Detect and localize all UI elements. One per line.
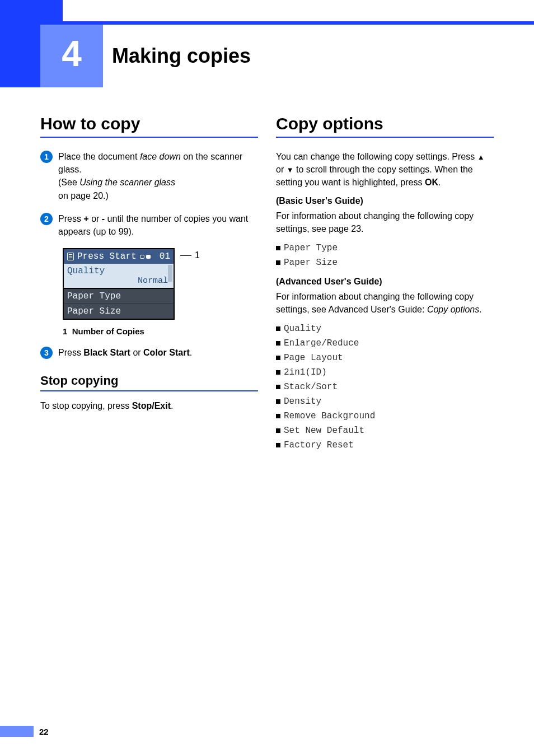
header-rule [63, 21, 534, 25]
step-bullet-3: 3 [40, 347, 53, 359]
list-item: Stack/Sort [276, 380, 494, 394]
left-column: How to copy 1 Place the document face do… [40, 114, 258, 457]
list-item: Set New Default [276, 423, 494, 438]
list-item: Density [276, 394, 494, 409]
step-1-text: Place the document face down on the scan… [58, 150, 258, 202]
callout-line [180, 255, 191, 256]
lcd-illustration: Press Start 01 Quality Normal Paper Type… [63, 248, 258, 320]
advanced-guide-head: (Advanced User's Guide) [276, 277, 494, 287]
document-icon [67, 253, 74, 260]
lcd-row-paper-size: Paper Size [64, 304, 174, 319]
page-footer: 22 [0, 726, 49, 737]
lcd-selected-label: Quality [67, 266, 105, 276]
step-3: 3 Press Black Start or Color Start. [40, 346, 258, 359]
advanced-guide-text: For information about changing the follo… [276, 290, 494, 316]
step-2-text: Press + or - until the number of copies … [58, 212, 258, 238]
stop-copying-heading: Stop copying [40, 374, 258, 391]
chapter-number: 4 [40, 25, 103, 87]
callout-1: 1 [180, 250, 200, 260]
list-item: Factory Reset [276, 438, 494, 452]
step-3-text: Press Black Start or Color Start. [58, 346, 258, 359]
page-number: 22 [39, 727, 49, 736]
legend-1: 1 Number of Copies [63, 326, 258, 336]
how-to-copy-heading: How to copy [40, 114, 258, 138]
list-item: Page Layout [276, 351, 494, 365]
step-bullet-1: 1 [40, 151, 53, 163]
header-band [0, 0, 534, 25]
basic-items-list: Paper TypePaper Size [276, 241, 494, 270]
advanced-items-list: QualityEnlarge/ReducePage Layout2in1(ID)… [276, 321, 494, 452]
chapter-tab-accent [0, 25, 40, 87]
list-item: Enlarge/Reduce [276, 336, 494, 351]
lcd-header-row: Press Start 01 [64, 249, 174, 264]
chapter-title: Making copies [112, 44, 251, 68]
lcd-row-paper-type: Paper Type [64, 289, 174, 304]
mono-color-icon [140, 255, 151, 259]
step-1: 1 Place the document face down on the sc… [40, 150, 258, 202]
chapter-header: 4 Making copies [0, 25, 534, 87]
right-column: Copy options You can change the followin… [276, 114, 494, 457]
lcd-header-text: Press Start [77, 251, 137, 262]
list-item: Paper Type [276, 241, 494, 255]
list-item: 2in1(ID) [276, 365, 494, 380]
copy-options-heading: Copy options [276, 114, 494, 138]
lcd-screen: Press Start 01 Quality Normal Paper Type… [63, 248, 175, 320]
step-2: 2 Press + or - until the number of copie… [40, 212, 258, 238]
lcd-selected-row: Quality Normal [64, 264, 174, 289]
lcd-selected-value: Normal [67, 276, 170, 286]
step-bullet-2: 2 [40, 213, 53, 225]
callout-number: 1 [195, 250, 200, 260]
footer-tab [0, 726, 34, 737]
copy-options-intro: You can change the following copy settin… [276, 150, 494, 189]
lcd-count: 01 [160, 251, 170, 262]
list-item: Remove Background [276, 409, 494, 423]
basic-guide-text: For information about changing the follo… [276, 209, 494, 235]
basic-guide-head: (Basic User's Guide) [276, 196, 494, 206]
header-tab [0, 0, 63, 25]
list-item: Quality [276, 321, 494, 336]
stop-copying-text: To stop copying, press Stop/Exit. [40, 399, 258, 412]
list-item: Paper Size [276, 255, 494, 270]
